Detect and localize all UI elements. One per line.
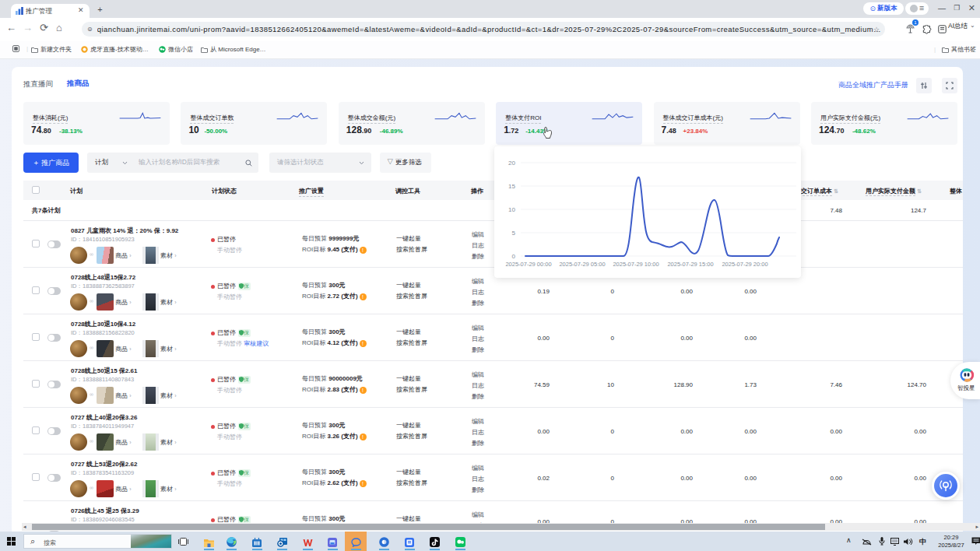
svg-text:2025-07-29 15:00: 2025-07-29 15:00 [667, 261, 713, 268]
svg-text:0: 0 [512, 253, 516, 260]
svg-text:20: 20 [508, 160, 515, 167]
svg-text:2025-07-29 20:00: 2025-07-29 20:00 [722, 261, 767, 268]
svg-text:5: 5 [512, 230, 516, 237]
svg-text:10: 10 [508, 206, 515, 213]
svg-text:2025-07-29 10:00: 2025-07-29 10:00 [613, 261, 659, 268]
svg-text:2025-07-29 00:00: 2025-07-29 00:00 [505, 261, 551, 268]
svg-text:2025-07-29 05:00: 2025-07-29 05:00 [559, 261, 605, 268]
svg-text:15: 15 [508, 183, 515, 190]
